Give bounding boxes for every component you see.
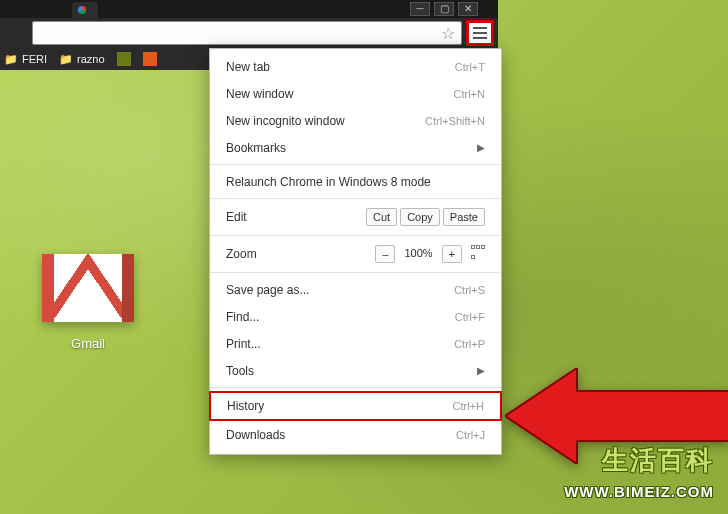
menu-label: Zoom	[226, 247, 257, 261]
menu-label: Find...	[226, 310, 259, 324]
window-controls: ─ ▢ ✕	[410, 0, 478, 18]
bookmark-label: razno	[77, 53, 105, 65]
bookmark-star-icon[interactable]: ☆	[441, 24, 455, 43]
menu-new-tab[interactable]: New tab Ctrl+T	[210, 53, 501, 80]
menu-shortcut: Ctrl+P	[454, 338, 485, 350]
zoom-in-button[interactable]: +	[442, 245, 462, 263]
address-bar[interactable]: ☆	[32, 21, 462, 45]
menu-shortcut: Ctrl+S	[454, 284, 485, 296]
menu-label: Relaunch Chrome in Windows 8 mode	[226, 175, 431, 189]
watermark-text-cn: 生活百科	[602, 443, 714, 478]
folder-icon: 📁	[4, 53, 18, 66]
gmail-icon	[42, 254, 134, 322]
zoom-value: 100%	[398, 245, 438, 263]
gmail-shortcut[interactable]: Gmail	[38, 254, 138, 351]
menu-label: History	[227, 399, 264, 413]
folder-icon: 📁	[59, 53, 73, 66]
menu-label: Bookmarks	[226, 141, 286, 155]
bookmark-item-green[interactable]	[117, 52, 131, 66]
menu-label: Print...	[226, 337, 261, 351]
site-icon	[143, 52, 157, 66]
menu-print[interactable]: Print... Ctrl+P	[210, 330, 501, 357]
menu-label: New incognito window	[226, 114, 345, 128]
menu-separator	[210, 164, 501, 165]
menu-edit-row: Edit Cut Copy Paste	[210, 202, 501, 232]
maximize-button[interactable]: ▢	[434, 2, 454, 16]
zoom-out-button[interactable]: –	[375, 245, 395, 263]
bookmark-item-razno[interactable]: 📁 razno	[59, 53, 105, 66]
zoom-controls: – 100% +	[375, 245, 485, 263]
hamburger-icon	[473, 27, 487, 39]
close-button[interactable]: ✕	[458, 2, 478, 16]
bookmark-item-orange[interactable]	[143, 52, 157, 66]
menu-bookmarks[interactable]: Bookmarks ▶	[210, 134, 501, 161]
cut-button[interactable]: Cut	[366, 208, 397, 226]
menu-label: Edit	[226, 210, 247, 224]
paste-button[interactable]: Paste	[443, 208, 485, 226]
bookmark-label: FERI	[22, 53, 47, 65]
menu-label: Downloads	[226, 428, 285, 442]
menu-shortcut: Ctrl+H	[453, 400, 484, 412]
menu-separator	[210, 235, 501, 236]
menu-tools[interactable]: Tools ▶	[210, 357, 501, 384]
menu-label: New tab	[226, 60, 270, 74]
copy-button[interactable]: Copy	[400, 208, 440, 226]
menu-relaunch[interactable]: Relaunch Chrome in Windows 8 mode	[210, 168, 501, 195]
menu-shortcut: Ctrl+Shift+N	[425, 115, 485, 127]
menu-shortcut: Ctrl+T	[455, 61, 485, 73]
menu-separator	[210, 387, 501, 388]
menu-label: New window	[226, 87, 293, 101]
menu-label: Save page as...	[226, 283, 309, 297]
menu-save-as[interactable]: Save page as... Ctrl+S	[210, 276, 501, 303]
title-bar: ─ ▢ ✕	[0, 0, 498, 18]
chevron-right-icon: ▶	[477, 365, 485, 376]
menu-shortcut: Ctrl+F	[455, 311, 485, 323]
watermark-text-url: WWW.BIMEIZ.COM	[564, 483, 714, 500]
menu-separator	[210, 272, 501, 273]
menu-history[interactable]: History Ctrl+H	[209, 391, 502, 421]
menu-new-incognito[interactable]: New incognito window Ctrl+Shift+N	[210, 107, 501, 134]
menu-downloads[interactable]: Downloads Ctrl+J	[210, 421, 501, 448]
toolbar: ☆	[0, 18, 498, 48]
chrome-menu-button[interactable]	[466, 20, 494, 46]
site-icon	[117, 52, 131, 66]
bookmark-item-feri[interactable]: 📁 FERI	[4, 53, 47, 66]
menu-zoom-row: Zoom – 100% +	[210, 239, 501, 269]
fullscreen-icon[interactable]	[471, 245, 485, 259]
gmail-label: Gmail	[38, 336, 138, 351]
chevron-right-icon: ▶	[477, 142, 485, 153]
menu-label: Tools	[226, 364, 254, 378]
menu-find[interactable]: Find... Ctrl+F	[210, 303, 501, 330]
browser-tab[interactable]	[72, 2, 98, 18]
chrome-menu: New tab Ctrl+T New window Ctrl+N New inc…	[209, 48, 502, 455]
edit-controls: Cut Copy Paste	[366, 208, 485, 226]
menu-shortcut: Ctrl+N	[454, 88, 485, 100]
menu-separator	[210, 198, 501, 199]
menu-new-window[interactable]: New window Ctrl+N	[210, 80, 501, 107]
menu-shortcut: Ctrl+J	[456, 429, 485, 441]
minimize-button[interactable]: ─	[410, 2, 430, 16]
